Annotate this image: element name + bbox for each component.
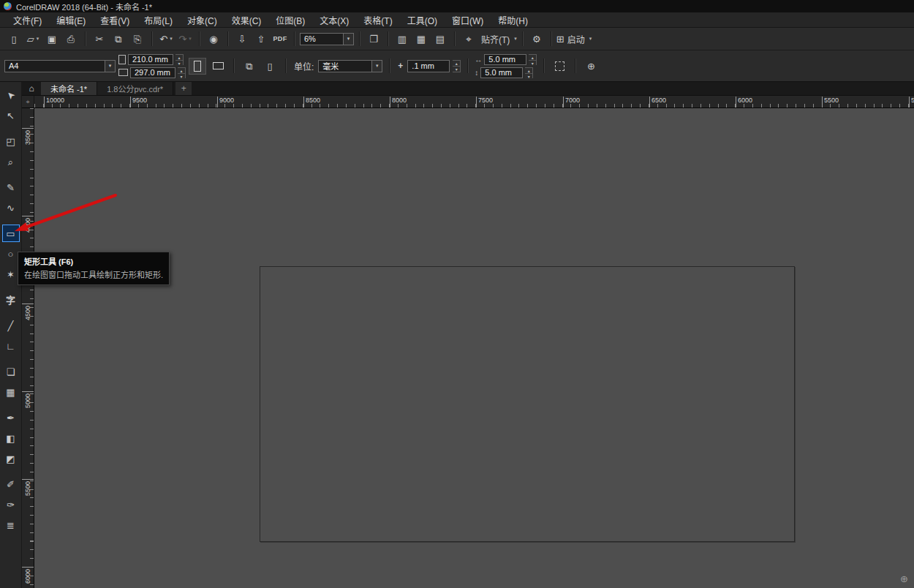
ruler-origin[interactable]: ⌖ [22, 96, 34, 108]
toolbar-separator [543, 59, 544, 73]
chevron-down-icon [189, 36, 192, 42]
tab-pvc-document[interactable]: 1.8公分pvc.cdr* [97, 82, 173, 95]
brush-tool[interactable]: ✐ [2, 475, 20, 493]
export-button[interactable]: ⇧ [252, 31, 270, 48]
pick-tool[interactable]: ➤ [2, 86, 20, 104]
show-rulers-button[interactable]: ▥ [393, 31, 411, 48]
outline-pen-tool[interactable]: ✑ [2, 496, 20, 513]
new-tab-button[interactable]: + [175, 82, 192, 95]
text-tool[interactable]: 字 [2, 291, 20, 309]
nudge-distance-field[interactable]: .1 mm [407, 60, 450, 72]
menu-tools[interactable]: 工具(O) [400, 12, 445, 28]
tab-untitled-1[interactable]: 未命名 -1* [41, 82, 97, 95]
zoom-level-select[interactable]: 6% [300, 33, 354, 45]
spin-up-icon[interactable] [453, 61, 460, 66]
cut-button[interactable]: ✂ [91, 31, 108, 48]
menu-text[interactable]: 文本(X) [312, 12, 356, 28]
menu-bitmaps[interactable]: 位图(B) [268, 12, 312, 28]
menu-layout[interactable]: 布局(L) [137, 12, 180, 28]
home-tab-button[interactable]: ⌂ [22, 82, 41, 95]
redo-button[interactable]: ↷ [176, 31, 194, 48]
menubar: 文件(F) 编辑(E) 查看(V) 布局(L) 对象(C) 效果(C) 位图(B… [0, 12, 914, 28]
window-title: CorelDRAW 2018 (64-Bit) - 未命名 -1* [16, 1, 152, 12]
page-height-field[interactable]: 297.0 mm [130, 67, 175, 78]
all-pages-button[interactable]: ⧉ [241, 58, 258, 75]
spin-up-icon[interactable] [529, 55, 536, 60]
spin-down-icon[interactable] [453, 66, 460, 72]
menu-help[interactable]: 帮助(H) [491, 12, 535, 28]
current-page-button[interactable]: ▯ [261, 58, 279, 75]
page-width-spinner[interactable] [175, 54, 184, 65]
ellipse-tool[interactable]: ○ [2, 245, 20, 263]
interactive-fill-tool[interactable]: ◧ [2, 429, 20, 447]
landscape-button[interactable] [209, 58, 227, 75]
connector-tool[interactable]: ∟ [2, 337, 20, 355]
open-button[interactable]: ▱ [24, 31, 42, 48]
copy-button[interactable]: ⧉ [110, 31, 127, 48]
rectangle-tool[interactable]: ▭ [2, 225, 20, 242]
launch-dropdown[interactable]: ⊞ 启动 [556, 31, 592, 48]
menu-window[interactable]: 窗口(W) [445, 12, 491, 28]
options-button[interactable]: ⚙ [528, 31, 545, 48]
duplicate-y-spinner[interactable] [525, 67, 533, 78]
color-eyedropper-tool[interactable]: ✒ [2, 409, 20, 426]
current-page-icon: ▯ [267, 61, 272, 71]
add-property-button[interactable]: ⊕ [582, 58, 600, 75]
new-document-button[interactable]: ▯ [5, 31, 23, 48]
page-width-field[interactable]: 210.0 mm [128, 54, 173, 65]
mesh-fill-tool[interactable]: ≣ [2, 516, 20, 534]
publish-pdf-button[interactable]: PDF [271, 31, 289, 48]
menu-view[interactable]: 查看(V) [93, 12, 137, 28]
navigator-icon[interactable]: ⊕ [899, 573, 910, 584]
snap-off-button[interactable]: ⌖ [460, 31, 477, 48]
import-button[interactable]: ⇩ [233, 31, 251, 48]
search-content-button[interactable]: ◉ [205, 31, 222, 48]
print-button[interactable]: ⎙ [62, 31, 80, 48]
undo-button[interactable]: ↶ [157, 31, 175, 48]
menu-file[interactable]: 文件(F) [6, 12, 49, 28]
spin-up-icon[interactable] [525, 68, 532, 73]
spin-up-icon[interactable] [178, 68, 185, 73]
shape-tool[interactable]: ↖ [2, 107, 20, 124]
fullscreen-preview-button[interactable]: ❐ [365, 31, 382, 48]
drop-shadow-tool[interactable]: ❏ [2, 363, 20, 380]
chevron-down-icon [514, 36, 517, 42]
treat-as-filled-toggle[interactable] [551, 58, 568, 75]
spin-down-icon[interactable] [529, 60, 536, 66]
show-guidelines-button[interactable]: ▤ [431, 31, 449, 48]
units-select[interactable]: 毫米 [318, 60, 382, 72]
show-grid-button[interactable]: ▦ [412, 31, 430, 48]
zoom-tool[interactable]: ⌕ [2, 153, 20, 170]
freehand-tool[interactable]: ✎ [2, 178, 20, 196]
smart-fill-icon: ◩ [6, 454, 15, 464]
page-size-select[interactable]: A4 [4, 60, 116, 72]
ruler-label: 10000 [44, 97, 64, 108]
chevron-down-icon [371, 61, 382, 72]
menu-object[interactable]: 对象(C) [180, 12, 224, 28]
menu-table[interactable]: 表格(T) [356, 12, 399, 28]
spin-up-icon[interactable] [175, 55, 183, 60]
menu-effects[interactable]: 效果(C) [224, 12, 269, 28]
paste-button[interactable]: ⎘ [129, 31, 146, 48]
duplicate-x-field[interactable]: 5.0 mm [484, 54, 526, 65]
page-height-spinner[interactable] [178, 67, 186, 78]
horizontal-ruler[interactable]: 10000 9500 9000 8500 8000 7500 7000 6500… [34, 96, 914, 108]
artistic-media-tool[interactable]: ∿ [2, 199, 20, 216]
spin-down-icon[interactable] [178, 73, 185, 79]
polygon-tool[interactable]: ✶ [2, 265, 20, 283]
drawing-canvas[interactable]: ⊕ [34, 108, 914, 588]
smart-fill-tool[interactable]: ◩ [2, 450, 20, 467]
vertical-ruler[interactable]: 3500 4000 4500 5000 5500 6000 [22, 108, 34, 588]
nudge-spinner[interactable] [453, 60, 461, 72]
parallel-dimension-tool[interactable]: ╱ [2, 317, 20, 334]
duplicate-y-field[interactable]: 5.0 mm [480, 67, 523, 78]
portrait-button[interactable] [189, 58, 206, 75]
crop-tool[interactable]: ◰ [2, 132, 20, 150]
menu-edit[interactable]: 编辑(E) [49, 12, 93, 28]
spin-down-icon[interactable] [175, 60, 183, 66]
snap-to-dropdown[interactable]: 贴齐(T) [479, 31, 517, 48]
transparency-tool[interactable]: ▦ [2, 383, 20, 401]
save-button[interactable]: ▣ [43, 31, 61, 48]
spin-down-icon[interactable] [525, 73, 532, 79]
duplicate-x-spinner[interactable] [529, 54, 537, 65]
